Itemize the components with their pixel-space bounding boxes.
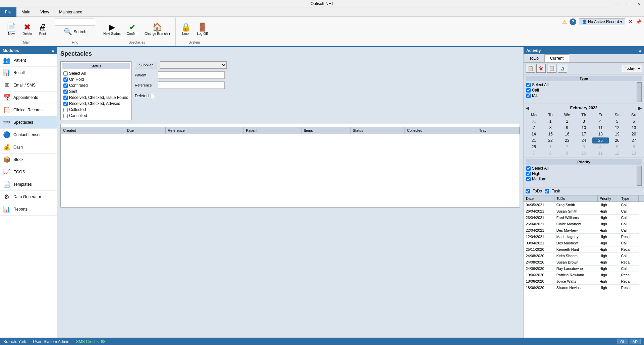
priority-medium-checkbox[interactable] — [526, 177, 531, 181]
calendar-day-cell[interactable]: 6 — [626, 144, 642, 150]
sidebar-item-cash[interactable]: 💰 Cash — [0, 141, 57, 154]
calendar-day-cell[interactable]: 1 — [542, 118, 559, 124]
activity-list-item[interactable]: 24/08/2020Susan BrownHighRecall — [524, 259, 644, 266]
tab-current[interactable]: Current — [544, 54, 569, 62]
change-branch-button[interactable]: 🏠 Change Branch ▾ — [142, 22, 173, 37]
activity-list-item[interactable]: 24/06/2020Ray LansdowneHighCall — [524, 266, 644, 272]
activity-list-item[interactable]: 12/04/2021Mark HagertyHighRecall — [524, 234, 644, 240]
act-col-date[interactable]: Date — [524, 195, 554, 202]
delete-button[interactable]: ✖ Delete — [20, 22, 35, 37]
calendar-day-cell[interactable]: 13 — [626, 125, 642, 131]
calendar-prev-button[interactable]: ◀ — [526, 105, 529, 111]
sidebar-item-patient[interactable]: 👥 Patient — [0, 54, 57, 67]
calendar-day-cell[interactable]: 11 — [592, 125, 609, 131]
calendar-day-cell[interactable]: 3 — [576, 118, 592, 124]
priority-select-all-checkbox[interactable] — [526, 166, 531, 171]
ribbon-pin-button[interactable]: 📌 — [636, 19, 641, 24]
search-button[interactable]: 🔍 Search — [61, 27, 89, 36]
status-on-hold[interactable]: On Hold — [62, 76, 130, 82]
priority-select-all[interactable]: Select All — [526, 166, 635, 171]
calendar-day-cell[interactable]: 23 — [559, 137, 575, 143]
calendar-day-cell[interactable]: 12 — [609, 150, 626, 156]
sidebar-item-reports[interactable]: 📊 Reports — [0, 203, 57, 216]
col-created[interactable]: Created — [61, 127, 125, 134]
calendar-day-cell[interactable]: 12 — [609, 125, 626, 131]
calendar-day-cell[interactable]: 5 — [609, 144, 626, 150]
tab-maintenance[interactable]: Maintenance — [54, 7, 87, 17]
calendar-day-cell[interactable]: 25 — [592, 137, 609, 143]
col-collected[interactable]: Collected — [405, 127, 477, 134]
col-reference[interactable]: Reference — [165, 127, 244, 134]
type-scrollbar[interactable] — [637, 82, 642, 102]
act-col-todo[interactable]: ToDo — [554, 195, 598, 202]
tab-file[interactable]: File — [0, 7, 16, 17]
activity-list-item[interactable]: 26/04/2021Fred WilliamsHighCall — [524, 215, 644, 221]
calendar-day-cell[interactable]: 28 — [526, 144, 542, 150]
calendar-day-cell[interactable]: 17 — [576, 131, 592, 137]
calendar-day-cell[interactable]: 8 — [542, 125, 559, 131]
calendar-day-cell[interactable]: 22 — [542, 137, 559, 143]
sidebar-item-appointments[interactable]: 📅 Appointments — [0, 92, 57, 104]
cancelled-checkbox[interactable] — [63, 114, 68, 118]
activity-print-button[interactable]: 🖨 — [558, 64, 567, 73]
calendar-day-cell[interactable]: 20 — [626, 131, 642, 137]
ribbon-close-button[interactable]: ✕ — [628, 18, 633, 25]
activity-list-item[interactable]: 19/06/2020Patricia RowlandHighRecall — [524, 272, 644, 278]
no-active-record-button[interactable]: 👤 No Active Record ▾ — [579, 18, 625, 25]
received-advised-checkbox[interactable] — [63, 102, 68, 106]
sidebar-item-email-sms[interactable]: ✉ Email / SMS — [0, 79, 57, 92]
calendar-day-cell[interactable]: 26 — [609, 137, 626, 143]
confirmed-checkbox[interactable] — [63, 83, 68, 88]
calendar-next-button[interactable]: ▶ — [638, 105, 642, 111]
sidebar-item-recall[interactable]: 📊 Recall — [0, 67, 57, 79]
calendar-day-cell[interactable]: 7 — [526, 125, 542, 131]
priority-medium[interactable]: Medium — [526, 176, 635, 182]
sent-checkbox[interactable] — [63, 90, 68, 94]
col-status[interactable]: Status — [351, 127, 405, 134]
sidebar-item-stock[interactable]: 📦 Stock — [0, 154, 57, 166]
activity-new-button[interactable]: 📋 — [547, 64, 556, 73]
calendar-day-cell[interactable]: 10 — [576, 150, 592, 156]
deleted-checkbox[interactable] — [151, 94, 155, 98]
calendar-day-cell[interactable]: 4 — [592, 144, 609, 150]
activity-list-item[interactable]: 25/11/2020Kenneth HuntHighRecall — [524, 246, 644, 253]
calendar-day-cell[interactable]: 8 — [542, 150, 559, 156]
priority-high[interactable]: High — [526, 171, 635, 176]
date-select[interactable]: Today — [622, 65, 642, 72]
calendar-day-cell[interactable]: 24 — [576, 137, 592, 143]
activity-list-item[interactable]: 22/04/2021Des MayhewHighCall — [524, 227, 644, 234]
calendar-day-cell[interactable]: 6 — [626, 118, 642, 124]
tab-view[interactable]: View — [35, 7, 54, 17]
lock-button[interactable]: 🔒 Lock — [178, 22, 193, 37]
activity-list-item[interactable]: 26/04/2021Susan SmithHighCall — [524, 208, 644, 215]
act-col-priority[interactable]: Priority — [597, 195, 619, 202]
calendar-day-cell[interactable]: 14 — [526, 131, 542, 137]
activity-copy-button[interactable]: 📋 — [526, 64, 535, 73]
sidebar-item-egos[interactable]: 📈 EGOS — [0, 166, 57, 178]
minimize-button[interactable]: — — [612, 0, 623, 7]
act-col-type[interactable]: Type — [619, 195, 639, 202]
priority-scrollbar[interactable] — [637, 166, 642, 186]
calendar-day-cell[interactable]: 27 — [626, 137, 642, 143]
tab-todo[interactable]: ToDo — [524, 54, 544, 62]
search-input[interactable] — [55, 18, 95, 25]
calendar-day-cell[interactable]: 5 — [609, 118, 626, 124]
calendar-day-cell[interactable]: 15 — [542, 131, 559, 137]
next-status-button[interactable]: ▶ Next Status — [101, 22, 123, 37]
print-button[interactable]: 🖨 Print — [36, 22, 49, 37]
activity-list-item[interactable]: 09/04/2021Des MayhewHighCall — [524, 240, 644, 246]
status-received-issue[interactable]: Received, Checked, Issue Found — [62, 95, 130, 101]
activity-list-item[interactable]: 04/05/2021Greg SmithHighCall — [524, 202, 644, 208]
type-call-checkbox[interactable] — [526, 88, 531, 93]
patient-input[interactable] — [158, 71, 225, 79]
calendar-day-cell[interactable]: 4 — [592, 118, 609, 124]
type-call[interactable]: Call — [526, 88, 635, 93]
sidebar-item-templates[interactable]: 📄 Templates — [0, 178, 57, 191]
activity-list-item[interactable]: 26/04/2021Claire MayhewHighCall — [524, 221, 644, 227]
sidebar-collapse-icon[interactable]: « — [52, 48, 54, 53]
activity-list-item[interactable]: 24/08/2020Keith SheersHighCall — [524, 253, 644, 259]
todo-checkbox[interactable] — [526, 189, 530, 193]
reference-input[interactable] — [158, 81, 225, 89]
calendar-day-cell[interactable]: 9 — [559, 150, 575, 156]
new-button[interactable]: 📄 New — [4, 22, 19, 37]
